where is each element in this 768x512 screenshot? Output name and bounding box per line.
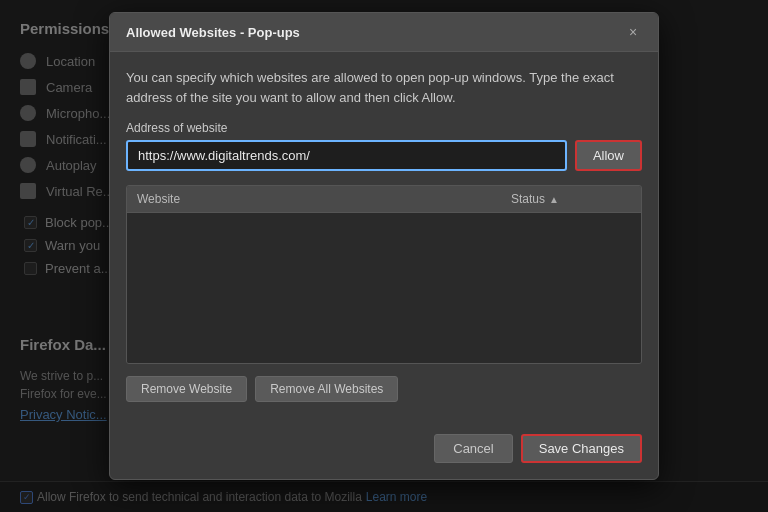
table-body [127, 213, 641, 363]
url-input-row: Allow [126, 140, 642, 171]
modal-title: Allowed Websites - Pop-ups [126, 25, 300, 40]
remove-website-button[interactable]: Remove Website [126, 376, 247, 402]
allowed-websites-modal: Allowed Websites - Pop-ups × You can spe… [109, 12, 659, 480]
sort-arrow-icon: ▲ [549, 194, 559, 205]
modal-footer: Cancel Save Changes [110, 434, 658, 479]
address-field-label: Address of website [126, 121, 642, 135]
close-button[interactable]: × [624, 23, 642, 41]
action-buttons-row: Remove Website Remove All Websites [126, 376, 642, 402]
url-input[interactable] [126, 140, 567, 171]
modal-header: Allowed Websites - Pop-ups × [110, 13, 658, 52]
modal-body: You can specify which websites are allow… [110, 52, 658, 434]
col-header-status[interactable]: Status ▲ [511, 192, 631, 206]
save-changes-button[interactable]: Save Changes [521, 434, 642, 463]
websites-table: Website Status ▲ [126, 185, 642, 364]
modal-description: You can specify which websites are allow… [126, 68, 642, 107]
table-header: Website Status ▲ [127, 186, 641, 213]
cancel-button[interactable]: Cancel [434, 434, 512, 463]
allow-button[interactable]: Allow [575, 140, 642, 171]
col-header-website: Website [137, 192, 511, 206]
remove-all-websites-button[interactable]: Remove All Websites [255, 376, 398, 402]
modal-overlay: Allowed Websites - Pop-ups × You can spe… [0, 0, 768, 512]
